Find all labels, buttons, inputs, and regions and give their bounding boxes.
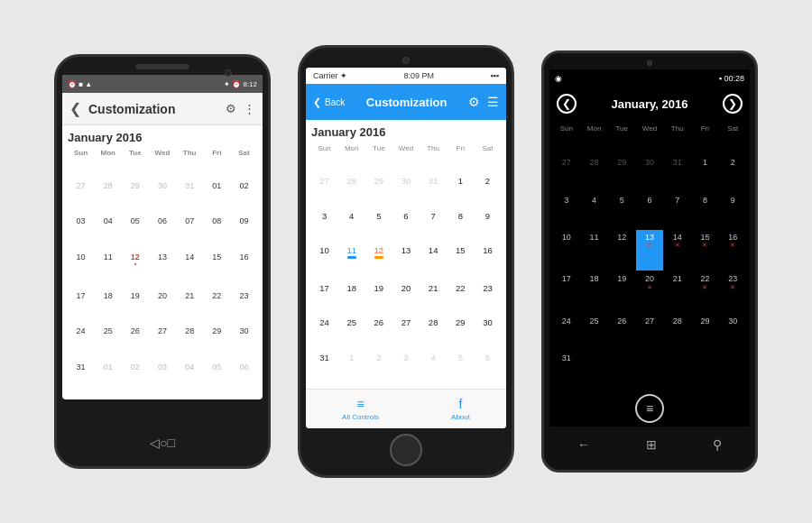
cal-day-cell[interactable]: 20 bbox=[149, 289, 175, 323]
win-search-btn[interactable]: ⚲ bbox=[713, 437, 722, 452]
ios-cal-day-cell[interactable]: 24 bbox=[311, 315, 337, 348]
cal-day-cell[interactable]: 09 bbox=[231, 214, 257, 248]
cal-day-cell[interactable]: 26 bbox=[122, 324, 148, 358]
ios-cal-day-cell[interactable]: 2 bbox=[475, 173, 501, 206]
cal-day-cell[interactable]: 27 bbox=[68, 179, 94, 213]
win-cal-day-cell[interactable]: 20✕ bbox=[636, 271, 663, 313]
ios-cal-day-cell[interactable]: 5 bbox=[448, 350, 474, 383]
tab-all-controls[interactable]: ≡ All Controls bbox=[342, 397, 379, 421]
cal-day-cell[interactable]: 08 bbox=[204, 214, 230, 248]
cal-day-cell[interactable]: 03 bbox=[68, 214, 94, 248]
win-windows-btn[interactable]: ⊞ bbox=[646, 437, 657, 452]
cal-day-cell[interactable]: 27 bbox=[149, 324, 175, 358]
android-home-btn[interactable]: ○ bbox=[160, 436, 167, 450]
ios-cal-day-cell[interactable]: 12 bbox=[365, 243, 392, 280]
ios-cal-day-cell[interactable]: 27 bbox=[311, 173, 337, 206]
win-cal-day-cell[interactable]: 17 bbox=[553, 271, 580, 313]
ios-cal-day-cell[interactable]: 2 bbox=[365, 350, 392, 383]
cal-day-cell[interactable]: 11 bbox=[95, 250, 121, 288]
cal-day-cell[interactable]: 17 bbox=[68, 289, 94, 323]
cal-day-cell[interactable]: 31 bbox=[68, 360, 94, 394]
ios-cal-day-cell[interactable]: 11 bbox=[338, 243, 364, 280]
cal-day-cell[interactable]: 16 bbox=[231, 250, 257, 288]
ios-cal-day-cell[interactable]: 8 bbox=[448, 208, 474, 242]
ios-cal-day-cell[interactable]: 20 bbox=[392, 280, 419, 314]
cal-day-cell[interactable]: 31 bbox=[177, 179, 203, 213]
cal-day-cell[interactable]: 29 bbox=[204, 324, 230, 358]
win-cal-day-cell[interactable]: 24 bbox=[553, 314, 580, 350]
win-cal-day-cell[interactable]: 21 bbox=[664, 271, 691, 313]
win-fab-button[interactable]: ≡ bbox=[635, 394, 664, 423]
win-cal-day-cell[interactable]: 25 bbox=[581, 314, 608, 350]
win-cal-day-cell[interactable]: 19 bbox=[608, 271, 635, 313]
ios-cal-day-cell[interactable]: 27 bbox=[392, 315, 419, 348]
ios-cal-day-cell[interactable]: 3 bbox=[392, 350, 419, 383]
ios-cal-day-cell[interactable]: 25 bbox=[338, 315, 364, 348]
ios-cal-day-cell[interactable]: 19 bbox=[365, 280, 392, 314]
cal-day-cell[interactable]: 28 bbox=[95, 179, 121, 213]
cal-day-cell[interactable]: 04 bbox=[177, 360, 203, 394]
ios-cal-day-cell[interactable]: 4 bbox=[420, 350, 447, 383]
cal-day-cell[interactable]: 28 bbox=[177, 324, 203, 358]
ios-cal-day-cell[interactable]: 31 bbox=[420, 173, 447, 206]
win-back-button[interactable]: ❮ bbox=[557, 94, 577, 114]
ios-home-button[interactable] bbox=[390, 434, 422, 466]
win-cal-day-cell[interactable]: 26 bbox=[608, 314, 635, 350]
win-cal-day-cell[interactable]: 23✕ bbox=[719, 271, 746, 313]
more-icon[interactable]: ⋮ bbox=[244, 102, 255, 115]
win-cal-day-cell[interactable]: 9 bbox=[719, 193, 746, 229]
cal-day-cell[interactable]: 02 bbox=[122, 360, 148, 394]
cal-day-cell[interactable]: 06 bbox=[149, 214, 175, 248]
cal-day-cell[interactable]: 01 bbox=[204, 179, 230, 213]
ios-cal-day-cell[interactable]: 21 bbox=[420, 280, 447, 314]
cal-day-cell[interactable]: 30 bbox=[149, 179, 175, 213]
ios-cal-day-cell[interactable]: 16 bbox=[475, 243, 501, 280]
win-cal-day-cell[interactable]: 6 bbox=[636, 193, 663, 229]
ios-cal-day-cell[interactable]: 26 bbox=[365, 315, 392, 348]
cal-day-cell[interactable]: 21 bbox=[177, 289, 203, 323]
ios-cal-day-cell[interactable]: 4 bbox=[338, 208, 364, 242]
cal-day-cell[interactable]: 30 bbox=[231, 324, 257, 358]
win-cal-day-cell[interactable]: 30 bbox=[719, 314, 746, 350]
win-cal-day-cell[interactable]: 31 bbox=[553, 351, 580, 387]
ios-cal-day-cell[interactable]: 1 bbox=[338, 350, 364, 383]
win-cal-day-cell[interactable]: 29 bbox=[692, 314, 719, 350]
cal-day-cell[interactable]: 07 bbox=[177, 214, 203, 248]
ios-cal-day-cell[interactable]: 18 bbox=[338, 280, 364, 314]
win-cal-day-cell[interactable]: 27 bbox=[636, 314, 663, 350]
ios-cal-day-cell[interactable]: 17 bbox=[311, 280, 337, 314]
cal-day-cell[interactable]: 13 bbox=[149, 250, 175, 288]
android-back-btn[interactable]: ◁ bbox=[150, 436, 160, 450]
ios-cal-day-cell[interactable]: 22 bbox=[448, 280, 474, 314]
settings-icon[interactable]: ⚙ bbox=[226, 102, 236, 115]
ios-cal-day-cell[interactable]: 6 bbox=[392, 208, 419, 242]
cal-day-cell[interactable]: 22 bbox=[204, 289, 230, 323]
android-recents-btn[interactable]: □ bbox=[168, 436, 175, 450]
win-cal-day-cell[interactable]: 16✕ bbox=[719, 230, 746, 271]
back-arrow-icon[interactable]: ❮ bbox=[69, 100, 81, 117]
win-cal-day-cell[interactable]: 13✕ bbox=[636, 230, 663, 271]
ios-back-button[interactable]: ❮ Back bbox=[313, 96, 345, 108]
win-cal-day-cell[interactable]: 15✕ bbox=[692, 230, 719, 271]
ios-cal-day-cell[interactable]: 9 bbox=[475, 208, 501, 242]
win-cal-day-cell[interactable]: 27 bbox=[553, 155, 580, 191]
win-cal-day-cell[interactable]: 29 bbox=[608, 155, 635, 191]
cal-day-cell[interactable]: 06 bbox=[231, 360, 257, 394]
win-cal-day-cell[interactable]: 1 bbox=[692, 155, 719, 191]
cal-day-cell[interactable]: 04 bbox=[95, 214, 121, 248]
win-cal-day-cell[interactable]: 12 bbox=[608, 230, 635, 271]
ios-cal-day-cell[interactable]: 5 bbox=[365, 208, 392, 242]
win-cal-day-cell[interactable]: 28 bbox=[664, 314, 691, 350]
ios-cal-day-cell[interactable]: 3 bbox=[311, 208, 337, 242]
ios-cal-day-cell[interactable]: 28 bbox=[338, 173, 364, 206]
cal-day-cell[interactable]: 18 bbox=[95, 289, 121, 323]
ios-cal-day-cell[interactable]: 13 bbox=[392, 243, 419, 280]
cal-day-cell[interactable]: 14 bbox=[177, 250, 203, 288]
win-back-nav[interactable]: ← bbox=[577, 437, 590, 452]
cal-day-cell[interactable]: 24 bbox=[68, 324, 94, 358]
cal-day-cell[interactable]: 05 bbox=[122, 214, 148, 248]
ios-cal-day-cell[interactable]: 30 bbox=[475, 315, 501, 348]
cal-day-cell[interactable]: 02 bbox=[231, 179, 257, 213]
win-cal-day-cell[interactable]: 7 bbox=[664, 193, 691, 229]
ios-menu-icon[interactable]: ☰ bbox=[487, 95, 499, 109]
